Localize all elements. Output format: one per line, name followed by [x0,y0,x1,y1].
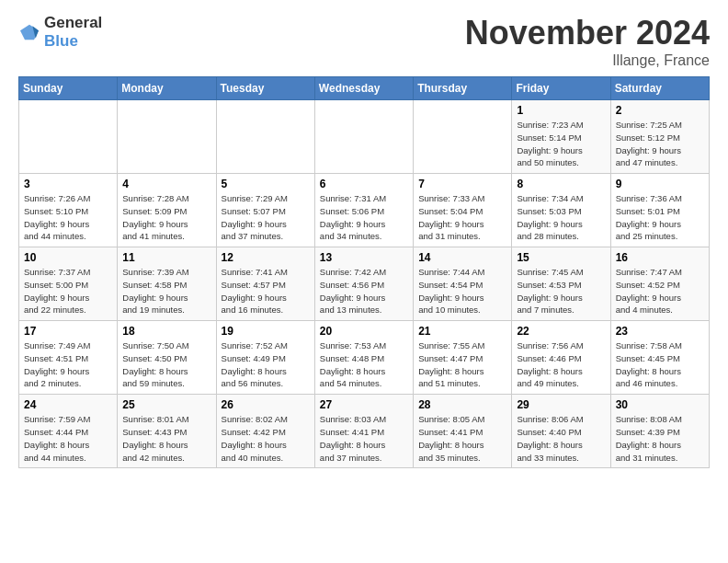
calendar-cell: 22Sunrise: 7:56 AMSunset: 4:46 PMDayligh… [512,321,610,395]
day-info: Sunrise: 8:03 AMSunset: 4:41 PMDaylight:… [320,413,408,464]
calendar-cell: 28Sunrise: 8:05 AMSunset: 4:41 PMDayligh… [414,395,512,468]
day-number: 18 [122,325,210,338]
calendar-cell [314,100,413,174]
day-number: 16 [616,251,704,264]
calendar-cell: 18Sunrise: 7:50 AMSunset: 4:50 PMDayligh… [118,321,216,395]
calendar-cell: 6Sunrise: 7:31 AMSunset: 5:06 PMDaylight… [314,174,413,247]
day-number: 3 [24,178,112,190]
calendar-cell: 1Sunrise: 7:23 AMSunset: 5:14 PMDaylight… [512,100,610,174]
calendar-cell: 7Sunrise: 7:33 AMSunset: 5:04 PMDaylight… [414,174,512,247]
day-number: 30 [616,398,704,411]
calendar-cell [414,100,512,174]
header: General Blue November 2024 Illange, Fran… [18,14,710,69]
calendar-cell: 14Sunrise: 7:44 AMSunset: 4:54 PMDayligh… [414,247,512,321]
calendar-cell: 23Sunrise: 7:58 AMSunset: 4:45 PMDayligh… [610,321,709,395]
calendar-cell: 21Sunrise: 7:55 AMSunset: 4:47 PMDayligh… [414,321,512,395]
day-info: Sunrise: 7:34 AMSunset: 5:03 PMDaylight:… [517,192,605,243]
day-number: 17 [24,325,112,338]
calendar-cell: 15Sunrise: 7:45 AMSunset: 4:53 PMDayligh… [512,247,610,321]
day-info: Sunrise: 7:58 AMSunset: 4:45 PMDaylight:… [616,339,704,390]
day-number: 14 [418,251,506,264]
day-info: Sunrise: 7:44 AMSunset: 4:54 PMDaylight:… [418,266,506,316]
calendar-cell: 19Sunrise: 7:52 AMSunset: 4:49 PMDayligh… [216,321,314,395]
day-info: Sunrise: 7:37 AMSunset: 5:00 PMDaylight:… [24,266,112,316]
calendar-cell: 5Sunrise: 7:29 AMSunset: 5:07 PMDaylight… [216,174,314,247]
calendar-cell: 25Sunrise: 8:01 AMSunset: 4:43 PMDayligh… [118,395,216,468]
col-thursday: Thursday [414,77,512,100]
col-sunday: Sunday [19,77,118,100]
month-title: November 2024 [465,14,710,52]
calendar-cell: 26Sunrise: 8:02 AMSunset: 4:42 PMDayligh… [216,395,314,468]
logo: General Blue [18,14,102,51]
day-info: Sunrise: 7:52 AMSunset: 4:49 PMDaylight:… [222,339,310,390]
calendar-week-4: 17Sunrise: 7:49 AMSunset: 4:51 PMDayligh… [19,321,710,395]
col-friday: Friday [512,77,610,100]
col-monday: Monday [118,77,216,100]
calendar-cell: 11Sunrise: 7:39 AMSunset: 4:58 PMDayligh… [118,247,216,321]
day-number: 6 [320,178,408,190]
day-number: 21 [418,325,506,338]
col-tuesday: Tuesday [216,77,314,100]
col-saturday: Saturday [610,77,709,100]
calendar-week-1: 1Sunrise: 7:23 AMSunset: 5:14 PMDaylight… [19,100,710,174]
location-title: Illange, France [465,52,710,69]
header-row: Sunday Monday Tuesday Wednesday Thursday… [19,77,710,100]
day-info: Sunrise: 7:25 AMSunset: 5:12 PMDaylight:… [616,119,704,169]
day-info: Sunrise: 7:45 AMSunset: 4:53 PMDaylight:… [517,266,605,316]
calendar-week-3: 10Sunrise: 7:37 AMSunset: 5:00 PMDayligh… [19,247,710,321]
day-info: Sunrise: 7:56 AMSunset: 4:46 PMDaylight:… [517,339,605,390]
day-info: Sunrise: 7:36 AMSunset: 5:01 PMDaylight:… [616,192,704,243]
logo-icon [18,23,40,41]
day-number: 27 [320,398,408,411]
calendar-cell: 9Sunrise: 7:36 AMSunset: 5:01 PMDaylight… [610,174,709,247]
day-info: Sunrise: 7:33 AMSunset: 5:04 PMDaylight:… [418,192,506,243]
day-number: 1 [517,104,605,117]
day-info: Sunrise: 7:29 AMSunset: 5:07 PMDaylight:… [222,192,310,243]
day-info: Sunrise: 7:53 AMSunset: 4:48 PMDaylight:… [320,339,408,390]
calendar-cell [19,100,118,174]
day-number: 25 [122,398,210,411]
calendar-cell: 4Sunrise: 7:28 AMSunset: 5:09 PMDaylight… [118,174,216,247]
day-info: Sunrise: 8:06 AMSunset: 4:40 PMDaylight:… [517,413,605,464]
day-info: Sunrise: 7:41 AMSunset: 4:57 PMDaylight:… [222,266,310,316]
day-info: Sunrise: 7:55 AMSunset: 4:47 PMDaylight:… [418,339,506,390]
day-number: 28 [418,398,506,411]
calendar-cell: 17Sunrise: 7:49 AMSunset: 4:51 PMDayligh… [19,321,118,395]
day-info: Sunrise: 8:05 AMSunset: 4:41 PMDaylight:… [418,413,506,464]
day-number: 19 [222,325,310,338]
day-number: 12 [222,251,310,264]
day-info: Sunrise: 8:01 AMSunset: 4:43 PMDaylight:… [122,413,210,464]
title-block: November 2024 Illange, France [465,14,710,69]
day-info: Sunrise: 8:02 AMSunset: 4:42 PMDaylight:… [222,413,310,464]
day-number: 4 [122,178,210,190]
day-info: Sunrise: 7:42 AMSunset: 4:56 PMDaylight:… [320,266,408,316]
day-number: 29 [517,398,605,411]
calendar-week-5: 24Sunrise: 7:59 AMSunset: 4:44 PMDayligh… [19,395,710,468]
day-number: 24 [24,398,112,411]
day-info: Sunrise: 7:49 AMSunset: 4:51 PMDaylight:… [24,339,112,390]
calendar-cell: 29Sunrise: 8:06 AMSunset: 4:40 PMDayligh… [512,395,610,468]
day-number: 7 [418,178,506,190]
day-info: Sunrise: 7:39 AMSunset: 4:58 PMDaylight:… [122,266,210,316]
calendar-table: Sunday Monday Tuesday Wednesday Thursday… [18,76,710,468]
day-number: 23 [616,325,704,338]
main-container: General Blue November 2024 Illange, Fran… [0,0,728,477]
day-number: 11 [122,251,210,264]
calendar-cell: 30Sunrise: 8:08 AMSunset: 4:39 PMDayligh… [610,395,709,468]
day-info: Sunrise: 7:47 AMSunset: 4:52 PMDaylight:… [616,266,704,316]
calendar-week-2: 3Sunrise: 7:26 AMSunset: 5:10 PMDaylight… [19,174,710,247]
calendar-cell: 8Sunrise: 7:34 AMSunset: 5:03 PMDaylight… [512,174,610,247]
day-number: 8 [517,178,605,190]
day-info: Sunrise: 7:31 AMSunset: 5:06 PMDaylight:… [320,192,408,243]
calendar-cell [118,100,216,174]
calendar-cell: 3Sunrise: 7:26 AMSunset: 5:10 PMDaylight… [19,174,118,247]
calendar-cell: 27Sunrise: 8:03 AMSunset: 4:41 PMDayligh… [314,395,413,468]
day-number: 20 [320,325,408,338]
day-number: 10 [24,251,112,264]
calendar-body: 1Sunrise: 7:23 AMSunset: 5:14 PMDaylight… [19,100,710,468]
calendar-cell: 20Sunrise: 7:53 AMSunset: 4:48 PMDayligh… [314,321,413,395]
calendar-cell: 10Sunrise: 7:37 AMSunset: 5:00 PMDayligh… [19,247,118,321]
day-number: 13 [320,251,408,264]
calendar-cell: 16Sunrise: 7:47 AMSunset: 4:52 PMDayligh… [610,247,709,321]
day-number: 5 [222,178,310,190]
